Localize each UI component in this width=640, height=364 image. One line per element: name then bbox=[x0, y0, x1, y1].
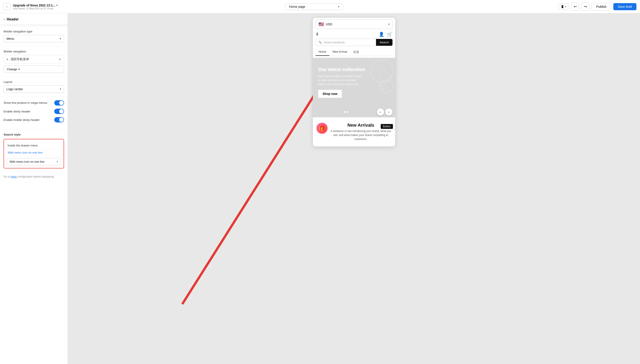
canvas-area: 🇺🇸 USD ▾ ⇕ 👤 🛒 🔍 Search prod bbox=[68, 13, 640, 364]
nav-menu-icon: ≡ bbox=[7, 58, 8, 61]
search-icon: 🔍 bbox=[318, 41, 322, 44]
topbar-title: Upgrade of Nova 2022 13:1... ▾ Last save… bbox=[13, 4, 58, 10]
hero-dot-1[interactable] bbox=[344, 111, 346, 113]
search-select[interactable]: With menu icon on one line ▾ bbox=[7, 158, 61, 165]
change-btn-chevron: ▾ bbox=[19, 68, 20, 71]
device-icon: 📱 bbox=[561, 5, 564, 8]
undo-button[interactable]: ↩ bbox=[571, 3, 579, 11]
mobile-sticky-label: Enable mobile sticky header bbox=[4, 118, 40, 122]
mobile-preview: 🇺🇸 USD ▾ ⇕ 👤 🛒 🔍 Search prod bbox=[313, 18, 395, 146]
arrivals-header: 🎁 New Arrivals A sentence or two introdu… bbox=[316, 123, 392, 141]
search-select-row: With menu icon on one line ▾ bbox=[7, 158, 61, 165]
currency-chevron: ▾ bbox=[388, 23, 390, 26]
topbar-right: 📱 ▾ ↩ ↪ Publish Save draft bbox=[558, 3, 636, 11]
search-input-preview[interactable]: 🔍 Search products bbox=[316, 39, 376, 46]
search-button[interactable]: Search bbox=[376, 39, 392, 46]
new-arrivals-section: 🎁 New Arrivals A sentence or two introdu… bbox=[313, 117, 395, 146]
layout-label: Layout bbox=[4, 80, 64, 84]
nav-tab-social[interactable]: 社交 bbox=[350, 48, 362, 56]
button-tooltip: Button bbox=[381, 124, 393, 129]
publish-button[interactable]: Publish bbox=[591, 3, 611, 10]
undo-icon: ↩ bbox=[574, 4, 577, 9]
save-draft-button[interactable]: Save draft bbox=[613, 3, 636, 10]
layout-select[interactable]: Logo center ▾ bbox=[4, 85, 64, 93]
mobile-sticky-toggle[interactable] bbox=[54, 117, 64, 122]
title-chevron[interactable]: ▾ bbox=[56, 4, 58, 7]
search-style-section: Search style Inside the drawer menu With… bbox=[0, 129, 68, 172]
device-selector[interactable]: 📱 ▾ bbox=[558, 3, 569, 10]
hero-arrows: ‹ › bbox=[377, 108, 392, 116]
redo-icon: ↪ bbox=[584, 4, 587, 9]
search-placeholder-text: Search products bbox=[324, 41, 345, 44]
nav-tab-home[interactable]: Home bbox=[316, 48, 330, 56]
page-selector[interactable]: Home page ▾ bbox=[285, 3, 343, 10]
preview-icons: 👤 🛒 bbox=[379, 32, 392, 37]
account-icon[interactable]: 👤 bbox=[379, 32, 384, 37]
nav-menu-external-icon[interactable]: ↗ bbox=[59, 58, 61, 61]
sidebar-header: ‹ Header bbox=[0, 13, 68, 24]
redo-button[interactable]: ↪ bbox=[581, 3, 589, 11]
mobile-nav-chevron: ▾ bbox=[60, 37, 61, 40]
apps-link[interactable]: Apps bbox=[11, 175, 17, 178]
change-button[interactable]: Change ▾ bbox=[4, 66, 64, 73]
show-mega-toggle-row: Show first product in mega menus bbox=[4, 100, 64, 106]
hero-dot-2[interactable] bbox=[347, 111, 349, 113]
shop-now-button[interactable]: Shop now bbox=[318, 90, 342, 98]
toggles-section: Show first product in mega menus Enable … bbox=[0, 97, 68, 129]
svg-line-1 bbox=[182, 62, 335, 304]
sidebar-footer: Go to Apps configuration before displayi… bbox=[0, 172, 68, 183]
page-selector-label: Home page bbox=[289, 5, 305, 8]
hero-next-button[interactable]: › bbox=[385, 108, 392, 116]
show-mega-toggle[interactable] bbox=[54, 100, 64, 106]
layout-chevron: ▾ bbox=[60, 88, 61, 91]
topbar-center: Home page ▾ bbox=[70, 3, 558, 10]
nav-tabs: Home New Arrival 社交 bbox=[316, 48, 392, 56]
mobile-nav-type-section: Mobile navigation type Menu ▾ bbox=[0, 26, 68, 46]
hamburger-icon[interactable]: ⇕ bbox=[316, 32, 319, 37]
page-selector-chevron: ▾ bbox=[338, 5, 339, 8]
search-option-menu-line[interactable]: With menu icon on one line bbox=[7, 149, 61, 156]
currency-selector[interactable]: 🇺🇸 USD ▾ bbox=[316, 20, 392, 29]
hero-prev-button[interactable]: ‹ bbox=[377, 108, 384, 116]
mobile-nav-type-label: Mobile navigation type bbox=[4, 30, 64, 33]
device-chevron: ▾ bbox=[565, 5, 566, 8]
last-saved: Last saved: 11 Mar,2022 at 12:14 am bbox=[13, 7, 58, 10]
search-style-box: Inside the drawer menu With menu icon on… bbox=[4, 139, 64, 168]
change-btn-label: Change bbox=[7, 68, 17, 71]
main-layout: ‹ Header Mobile navigation type Menu ▾ M… bbox=[0, 13, 640, 364]
back-button[interactable]: ← bbox=[4, 3, 11, 10]
show-mega-label: Show first product in mega menus bbox=[4, 101, 47, 105]
sticky-header-label: Enable sticky header bbox=[4, 110, 31, 113]
sidebar-back-icon[interactable]: ‹ bbox=[4, 17, 5, 22]
page-title: Upgrade of Nova 2022 13:1... bbox=[13, 4, 55, 7]
search-option-drawer[interactable]: Inside the drawer menu bbox=[7, 142, 61, 149]
hero-desc: Pair large text with a full-width image … bbox=[318, 74, 363, 86]
topbar: ← Upgrade of Nova 2022 13:1... ▾ Last sa… bbox=[0, 0, 640, 13]
back-icon: ← bbox=[6, 5, 9, 8]
sticky-header-toggle[interactable] bbox=[54, 109, 64, 114]
mobile-nav-section: Mobile navigation ≡ 顶部导航菜单 ↗ Change ▾ bbox=[0, 46, 68, 77]
preview-nav-row: ⇕ 👤 🛒 bbox=[316, 31, 392, 39]
hero-dots bbox=[344, 111, 349, 113]
nav-menu-label: 顶部导航菜单 bbox=[11, 57, 56, 61]
mobile-nav-type-value: Menu bbox=[7, 37, 14, 40]
flag-icon: 🇺🇸 bbox=[318, 22, 324, 27]
search-select-value: With menu icon on one line bbox=[10, 160, 45, 163]
mobile-nav-label: Mobile navigation bbox=[4, 50, 64, 53]
hero-content: Our latest collection Pair large text wi… bbox=[318, 67, 390, 98]
nav-menu-item: ≡ 顶部导航菜单 ↗ bbox=[4, 55, 64, 64]
nav-tab-new-arrival[interactable]: New Arrival bbox=[329, 48, 350, 56]
mobile-nav-type-select[interactable]: Menu ▾ bbox=[4, 35, 64, 42]
hero-section: Our latest collection Pair large text wi… bbox=[313, 58, 395, 107]
search-row: 🔍 Search products Search bbox=[316, 39, 392, 46]
hero-section-wrapper: Our latest collection Pair large text wi… bbox=[313, 58, 395, 117]
cart-icon[interactable]: 🛒 bbox=[387, 32, 392, 37]
layout-value: Logo center bbox=[7, 87, 23, 91]
sidebar: ‹ Header Mobile navigation type Menu ▾ M… bbox=[0, 13, 68, 364]
layout-section: Layout Logo center ▾ bbox=[0, 77, 68, 97]
search-style-label: Search style bbox=[4, 133, 64, 136]
hero-title: Our latest collection bbox=[318, 67, 390, 72]
mobile-sticky-toggle-row: Enable mobile sticky header bbox=[4, 117, 64, 122]
arrivals-desc: A sentence or two introducing your brand… bbox=[330, 129, 392, 141]
sticky-header-toggle-row: Enable sticky header bbox=[4, 109, 64, 114]
